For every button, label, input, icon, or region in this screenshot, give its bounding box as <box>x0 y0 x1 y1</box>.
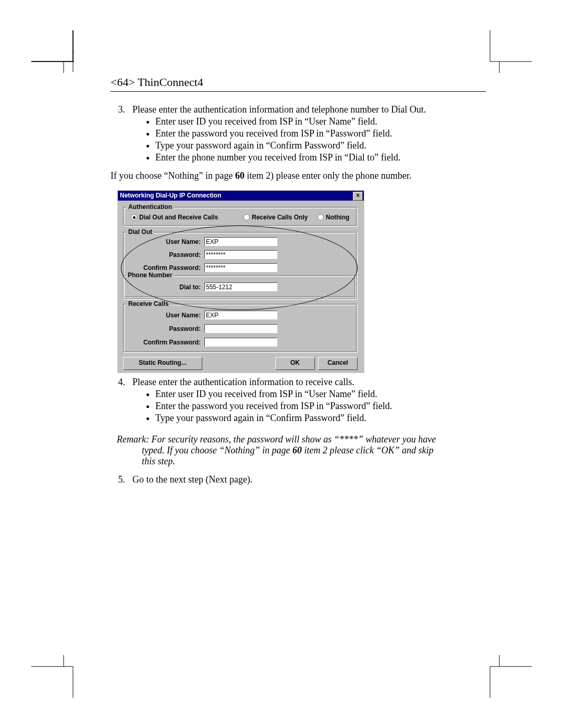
bullet: Type your password again in “Confirm Pas… <box>155 413 486 424</box>
nothing-note: If you choose “Nothing” in page 60 item … <box>111 170 486 181</box>
bullet: Type your password again in “Confirm Pas… <box>155 140 486 151</box>
recv-confirm-password-input[interactable] <box>204 338 277 347</box>
recv-user-name-input[interactable]: EXP <box>204 311 277 319</box>
step-4-bullets: Enter user ID you received from ISP in “… <box>132 389 486 424</box>
user-name-input[interactable]: EXP <box>204 237 277 246</box>
cancel-button[interactable]: Cancel <box>318 357 358 370</box>
password-input[interactable]: ******** <box>204 250 277 259</box>
recv-confirm-password-label: Confirm Password: <box>124 339 201 346</box>
bullet: Enter the phone number you received from… <box>155 152 486 163</box>
phone-number-legend: Phone Number <box>126 272 174 279</box>
close-button[interactable]: × <box>353 192 363 201</box>
recv-user-name-label: User Name: <box>124 312 201 319</box>
dial-out-group: Dial Out User Name: EXP Password: ******… <box>123 232 358 300</box>
close-icon: × <box>356 192 360 199</box>
dialog-body: Authentication Dial Out and Receive Call… <box>118 201 364 373</box>
step-number: 3. <box>111 104 125 115</box>
radio-icon <box>317 214 324 220</box>
radio-icon <box>243 214 250 220</box>
step-4: 4. Please enter the authentication infor… <box>111 377 486 427</box>
step-number: 4. <box>111 377 125 388</box>
page-header: <64> ThinConnect4 <box>111 76 486 89</box>
step-3-lead: Please enter the authentication informat… <box>132 104 486 115</box>
step-5-text: Go to the next step (Next page). <box>132 474 486 485</box>
radio-receive-only[interactable]: Receive Calls Only <box>243 214 308 221</box>
static-routing-button[interactable]: Static Routing... <box>123 357 202 370</box>
dialog-title-text: Networking Dial-Up IP Connection <box>120 191 221 201</box>
password-label: Password: <box>124 251 201 258</box>
radio-icon <box>131 214 137 220</box>
header-rule <box>111 91 486 92</box>
page: <64> ThinConnect4 3. Please enter the au… <box>0 0 563 728</box>
dialog-titlebar: Networking Dial-Up IP Connection × <box>118 191 364 201</box>
authentication-legend: Authentication <box>127 203 174 211</box>
radio-dial-out-and-receive[interactable]: Dial Out and Receive Calls <box>131 214 218 221</box>
bullet: Enter user ID you received from ISP in “… <box>155 116 486 127</box>
receive-calls-legend: Receive Calls <box>127 300 170 307</box>
confirm-password-label: Confirm Password: <box>124 264 201 272</box>
bullet: Enter user ID you received from ISP in “… <box>155 389 486 400</box>
bullet: Enter the password you received from ISP… <box>155 401 486 412</box>
dialog-window: Networking Dial-Up IP Connection × Authe… <box>118 191 364 373</box>
authentication-group: Authentication Dial Out and Receive Call… <box>123 207 358 227</box>
step-3-bullets: Enter user ID you received from ISP in “… <box>132 116 486 163</box>
step-3: 3. Please enter the authentication infor… <box>111 104 486 166</box>
content-area: <64> ThinConnect4 3. Please enter the au… <box>111 76 486 487</box>
recv-password-input[interactable] <box>204 324 277 333</box>
dial-out-legend: Dial Out <box>127 228 154 236</box>
remark: Remark: For security reasons, the passwo… <box>117 434 486 467</box>
step-5: 5. Go to the next step (Next page). <box>111 474 486 485</box>
radio-nothing[interactable]: Nothing <box>317 214 349 221</box>
ok-button[interactable]: OK <box>275 357 315 370</box>
step-4-lead: Please enter the authentication informat… <box>132 377 486 388</box>
recv-password-label: Password: <box>124 325 201 332</box>
bullet: Enter the password you received from ISP… <box>155 128 486 139</box>
dial-to-input[interactable]: 555-1212 <box>204 282 277 291</box>
step-number: 5. <box>111 474 125 485</box>
confirm-password-input[interactable]: ******** <box>204 263 277 272</box>
phone-number-group: Phone Number Dial to: 555-1212 <box>123 275 356 298</box>
dial-to-label: Dial to: <box>123 283 201 291</box>
receive-calls-group: Receive Calls User Name: EXP Password: C… <box>123 304 358 353</box>
user-name-label: User Name: <box>124 238 201 245</box>
